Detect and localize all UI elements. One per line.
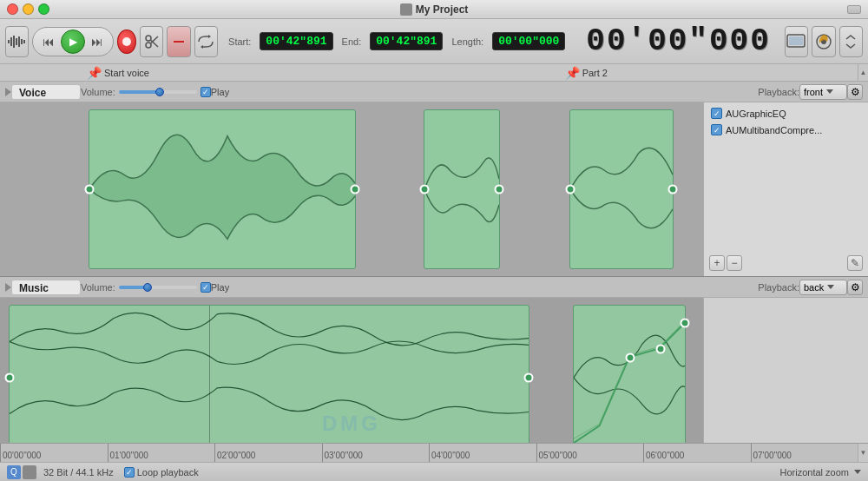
music-volume-slider[interactable] bbox=[119, 286, 197, 289]
voice-audio-block-3[interactable] bbox=[569, 109, 674, 269]
plugin-remove-button[interactable]: − bbox=[727, 255, 742, 271]
minimize-button[interactable] bbox=[23, 3, 34, 15]
svg-rect-13 bbox=[789, 36, 803, 45]
chevron-down-icon-2 bbox=[827, 285, 834, 289]
zoom-label: Horizontal zoom bbox=[780, 467, 849, 478]
cp-voice1-right[interactable] bbox=[351, 185, 360, 194]
loop-playback-label: Loop playback bbox=[137, 467, 199, 478]
music-gear-button[interactable]: ⚙ bbox=[847, 280, 863, 295]
voice-playback-select[interactable]: front bbox=[799, 84, 847, 100]
music-divider bbox=[209, 306, 210, 443]
waveform-view-button[interactable] bbox=[5, 26, 29, 57]
time-display: Start: 00'42"891 End: 00'42"891 Length: … bbox=[221, 32, 572, 50]
voice-audio-block-1[interactable] bbox=[89, 109, 356, 269]
loop-playback-area[interactable]: ✓ Loop playback bbox=[124, 467, 199, 478]
plugin-2-checkbox[interactable]: ✓ bbox=[711, 124, 722, 135]
music-track-canvas[interactable]: DMG bbox=[0, 298, 703, 443]
tick-7: 07'00"000 bbox=[751, 444, 752, 462]
music-audio-block-1[interactable] bbox=[9, 305, 529, 443]
music-playback-select[interactable]: back bbox=[799, 280, 847, 295]
voice-gear-button[interactable]: ⚙ bbox=[847, 84, 863, 100]
scissors-button[interactable] bbox=[140, 26, 163, 57]
svg-line-9 bbox=[150, 36, 158, 43]
svg-rect-4 bbox=[18, 36, 20, 47]
music-volume-knob[interactable] bbox=[143, 283, 152, 292]
stop-button[interactable] bbox=[167, 26, 190, 57]
cp-envelope-3[interactable] bbox=[681, 319, 690, 328]
length-time[interactable]: 00'00"000 bbox=[492, 32, 565, 50]
zoom-chevron-icon bbox=[854, 470, 861, 474]
status-icon-1: Q bbox=[7, 465, 21, 479]
plugin-1-checkbox[interactable]: ✓ bbox=[711, 108, 722, 119]
cp-envelope-2[interactable] bbox=[656, 345, 666, 354]
cp-voice3-right[interactable] bbox=[668, 185, 678, 194]
cp-music1-right[interactable] bbox=[524, 373, 534, 383]
voice-track-canvas[interactable] bbox=[0, 102, 703, 276]
rewind-button[interactable]: ⏮ bbox=[38, 31, 59, 52]
plugin-2-name: AUMultibandCompre... bbox=[726, 125, 822, 135]
window-controls[interactable] bbox=[7, 3, 49, 15]
plugin-footer: + − ✎ bbox=[707, 254, 865, 273]
svg-line-10 bbox=[150, 40, 158, 47]
chevron-down-icon bbox=[826, 89, 833, 94]
plugin-footer-spacer bbox=[744, 255, 845, 271]
cp-envelope-1[interactable] bbox=[626, 353, 635, 363]
scrollbar-bottom[interactable]: ▼ bbox=[858, 444, 868, 462]
plugin-item-1: ✓ AUGraphicEQ bbox=[707, 106, 865, 121]
tick-6: 06'00"000 bbox=[643, 444, 644, 462]
more-button[interactable] bbox=[839, 26, 863, 57]
start-voice-marker: 📌 Start voice bbox=[87, 66, 149, 80]
svg-rect-5 bbox=[21, 39, 23, 44]
plugin-add-button[interactable]: + bbox=[709, 255, 725, 271]
end-time[interactable]: 00'42"891 bbox=[370, 32, 443, 50]
scrollbar-top[interactable]: ▲ bbox=[858, 64, 868, 81]
music-volume-label: Volume: bbox=[81, 282, 115, 293]
bit-depth-text: 32 Bit / 44.1 kHz bbox=[43, 467, 114, 478]
titlebar: My Project bbox=[0, 0, 868, 19]
part2-marker: 📌 Part 2 bbox=[565, 66, 608, 80]
loop-checkbox[interactable]: ✓ bbox=[124, 467, 135, 478]
cp-music1-left[interactable] bbox=[5, 373, 15, 383]
close-button[interactable] bbox=[7, 3, 18, 15]
voice-collapse-arrow[interactable] bbox=[5, 88, 11, 96]
music-track-section: Music Volume: ✓ Play Playback: back ⚙ bbox=[0, 277, 868, 443]
voice-volume-slider[interactable] bbox=[119, 90, 197, 94]
cp-voice1-left[interactable] bbox=[85, 185, 95, 194]
play-button[interactable]: ▶ bbox=[61, 30, 85, 54]
plugin-panel: ✓ AUGraphicEQ ✓ AUMultibandCompre... + −… bbox=[703, 102, 868, 276]
music-track-name: Music bbox=[11, 280, 81, 295]
music-audio-block-2[interactable] bbox=[573, 305, 686, 443]
toolbar: ⏮ ▶ ⏭ Start: 00'42"891 End: 00'42"89 bbox=[0, 19, 868, 64]
status-bar: Q 32 Bit / 44.1 kHz ✓ Loop playback Hori… bbox=[0, 462, 868, 481]
svg-point-8 bbox=[146, 36, 151, 41]
svg-point-7 bbox=[146, 43, 151, 48]
plugin-item-2: ✓ AUMultibandCompre... bbox=[707, 122, 865, 137]
voice-track-header: Voice Volume: ✓ Play Playback: front ⚙ bbox=[0, 82, 868, 102]
voice-play-checkbox[interactable]: ✓ bbox=[201, 87, 211, 97]
big-timer: 00'00"000 bbox=[575, 23, 780, 59]
music-play-checkbox[interactable]: ✓ bbox=[201, 282, 211, 293]
resize-handle[interactable] bbox=[847, 5, 861, 14]
record-button[interactable] bbox=[117, 30, 135, 54]
tick-1: 01'00"000 bbox=[108, 444, 108, 462]
maximize-button[interactable] bbox=[38, 3, 49, 15]
cp-voice3-left[interactable] bbox=[566, 185, 575, 194]
svg-rect-1 bbox=[10, 37, 12, 46]
tick-0: 00'00"000 bbox=[0, 444, 1, 462]
music-collapse-arrow[interactable] bbox=[5, 283, 11, 292]
voice-audio-block-2[interactable] bbox=[424, 109, 500, 269]
cp-voice2-right[interactable] bbox=[495, 185, 504, 194]
loop-button[interactable] bbox=[194, 26, 218, 57]
voice-volume-label: Volume: bbox=[81, 87, 115, 97]
voice-volume-knob[interactable] bbox=[155, 88, 164, 96]
start-label: Start: bbox=[228, 36, 251, 47]
export-button[interactable] bbox=[785, 26, 808, 57]
plugin-edit-button[interactable]: ✎ bbox=[847, 255, 863, 271]
cp-voice2-left[interactable] bbox=[420, 185, 430, 194]
burn-button[interactable] bbox=[812, 26, 835, 57]
fast-forward-button[interactable]: ⏭ bbox=[87, 31, 108, 52]
transport-controls: ⏮ ▶ ⏭ bbox=[32, 27, 114, 56]
start-time[interactable]: 00'42"891 bbox=[260, 32, 332, 50]
voice-track-body: ✓ AUGraphicEQ ✓ AUMultibandCompre... + −… bbox=[0, 102, 868, 276]
svg-rect-0 bbox=[8, 40, 10, 43]
